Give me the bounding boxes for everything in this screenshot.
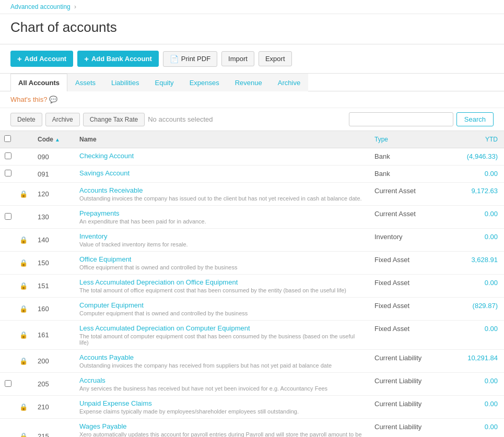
row-check-cell [0,275,16,298]
account-name-link[interactable]: Accounts Receivable [79,186,362,194]
code-header-label: Code [38,136,53,143]
row-checkbox[interactable] [5,213,11,220]
row-name-cell: Accounts ReceivableOutstanding invoices … [73,183,368,206]
row-lock-cell: 🔒 [16,252,31,275]
account-name-link[interactable]: Wages Payable [79,422,362,430]
row-checkbox[interactable] [5,152,11,159]
row-check-cell [0,252,16,275]
table-row: 🔒120Accounts ReceivableOutstanding invoi… [0,183,504,206]
row-code: 120 [31,183,73,206]
row-lock-cell [16,166,31,183]
row-code: 200 [31,350,73,373]
row-type: Inventory [368,229,452,252]
breadcrumb-link[interactable]: Advanced accounting [10,3,71,10]
import-button[interactable]: Import [221,51,254,66]
row-check-cell [0,321,16,350]
print-pdf-button[interactable]: 📄 Print PDF [163,51,217,67]
whats-this-link[interactable]: What's this? 💬 [10,96,57,103]
table-row: 🔒151Less Accumulated Depreciation on Off… [0,275,504,298]
search-input[interactable] [349,112,453,126]
whats-this-bar: What's this? 💬 [0,91,504,108]
lock-icon: 🔒 [19,331,28,339]
tab-equity[interactable]: Equity [147,74,181,91]
tab-all-accounts[interactable]: All Accounts [10,74,67,91]
account-name-link[interactable]: Office Equipment [79,255,362,263]
breadcrumb-separator: › [74,3,76,10]
search-button[interactable]: Search [456,112,494,126]
tab-archive[interactable]: Archive [270,74,308,91]
account-name-link[interactable]: Accruals [79,376,362,384]
account-name-link[interactable]: Prepayments [79,209,362,217]
change-tax-rate-button[interactable]: Change Tax Rate [83,113,145,126]
account-name-link[interactable]: Computer Equipment [79,301,362,309]
row-lock-cell: 🔒 [16,321,31,350]
row-type: Fixed Asset [368,275,452,298]
row-code: 215 [31,419,73,438]
row-name-cell: Office EquipmentOffice equipment that is… [73,252,368,275]
row-type: Current Liability [368,350,452,373]
account-description: Outstanding invoices the company has iss… [79,195,362,202]
row-ytd: 0.00 [452,206,504,229]
select-all-checkbox[interactable] [4,135,11,142]
export-label: Export [265,55,285,63]
row-type: Fixed Asset [368,252,452,275]
account-name-link[interactable]: Savings Account [79,169,362,177]
row-type: Bank [368,148,452,166]
print-pdf-label: Print PDF [181,55,210,63]
table-row: 🔒210Unpaid Expense ClaimsExpense claims … [0,396,504,419]
row-code: 150 [31,252,73,275]
row-code: 090 [31,148,73,166]
row-type: Bank [368,166,452,183]
add-bank-account-button[interactable]: + Add Bank Account [77,51,159,67]
select-all-header [0,131,16,148]
code-header[interactable]: Code ▲ [31,131,73,148]
tab-liabilities[interactable]: Liabilities [103,74,147,91]
table-row: 🔒161Less Accumulated Depreciation on Com… [0,321,504,350]
tab-revenue[interactable]: Revenue [227,74,270,91]
table-row: 205AccrualsAny services the business has… [0,373,504,396]
row-name-cell: Savings Account [73,166,368,183]
account-name-link[interactable]: Checking Account [79,152,362,160]
add-account-label: Add Account [25,55,66,63]
row-checkbox[interactable] [5,170,11,176]
add-bank-account-icon: + [84,54,89,63]
action-bar: Delete Archive Change Tax Rate No accoun… [0,108,504,131]
lock-icon: 🔒 [19,305,28,313]
row-lock-cell: 🔒 [16,419,31,438]
lock-header [16,131,31,148]
row-code: 161 [31,321,73,350]
account-description: Office equipment that is owned and contr… [79,264,362,270]
row-type: Current Asset [368,183,452,206]
export-button[interactable]: Export [259,51,292,66]
row-checkbox[interactable] [5,380,11,387]
account-name-link[interactable]: Accounts Payable [79,353,362,361]
account-name-link[interactable]: Unpaid Expense Claims [79,399,362,407]
type-header[interactable]: Type [368,131,452,148]
account-name-link[interactable]: Less Accumulated Depreciation on Office … [79,278,362,286]
row-lock-cell: 🔒 [16,183,31,206]
account-description: The total amount of computer equipment c… [79,333,362,346]
row-check-cell [0,419,16,438]
add-account-button[interactable]: + Add Account [10,51,73,67]
row-ytd: 0.00 [452,321,504,350]
row-ytd: 0.00 [452,419,504,438]
tab-assets[interactable]: Assets [67,74,103,91]
no-accounts-selected: No accounts selected [148,115,346,123]
row-check-cell [0,229,16,252]
delete-button[interactable]: Delete [10,113,42,126]
tab-expenses[interactable]: Expenses [182,74,227,91]
account-description: Outstanding invoices the company has rec… [79,362,362,369]
row-code: 205 [31,373,73,396]
account-description: Value of tracked inventory items for res… [79,241,362,247]
row-check-cell [0,206,16,229]
table-row: 🔒140InventoryValue of tracked inventory … [0,229,504,252]
page-header: Chart of accounts [0,14,504,44]
add-account-icon: + [17,54,22,63]
row-ytd: (829.87) [452,298,504,321]
toolbar: + Add Account + Add Bank Account 📄 Print… [0,44,504,74]
archive-button[interactable]: Archive [45,113,80,126]
account-name-link[interactable]: Less Accumulated Depreciation on Compute… [79,324,362,332]
row-lock-cell: 🔒 [16,229,31,252]
account-name-link[interactable]: Inventory [79,232,362,240]
ytd-header[interactable]: YTD [452,131,504,148]
